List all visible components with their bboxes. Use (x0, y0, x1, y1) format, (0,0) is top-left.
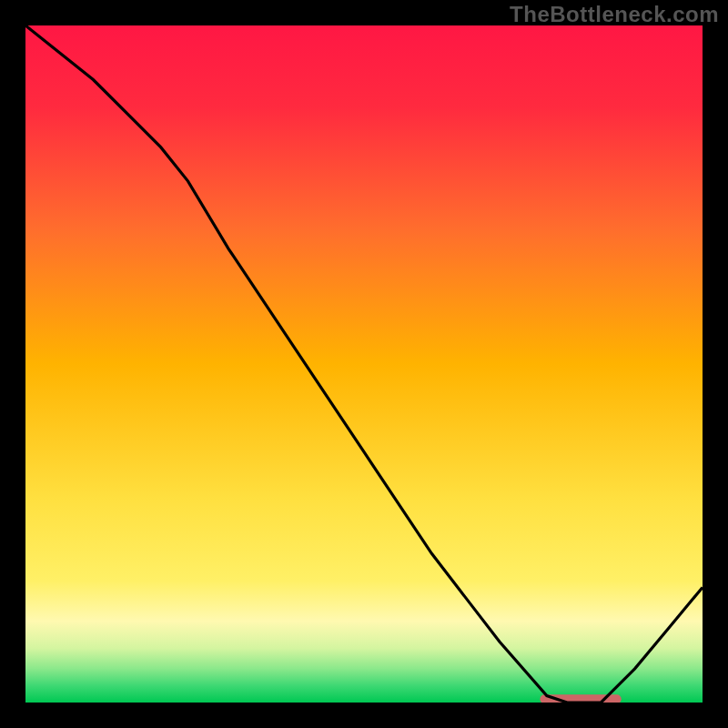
watermark-text: TheBottleneck.com (510, 2, 719, 27)
gradient-background (25, 25, 703, 703)
chart-container: TheBottleneck.com (0, 0, 728, 728)
chart-svg (25, 25, 703, 703)
